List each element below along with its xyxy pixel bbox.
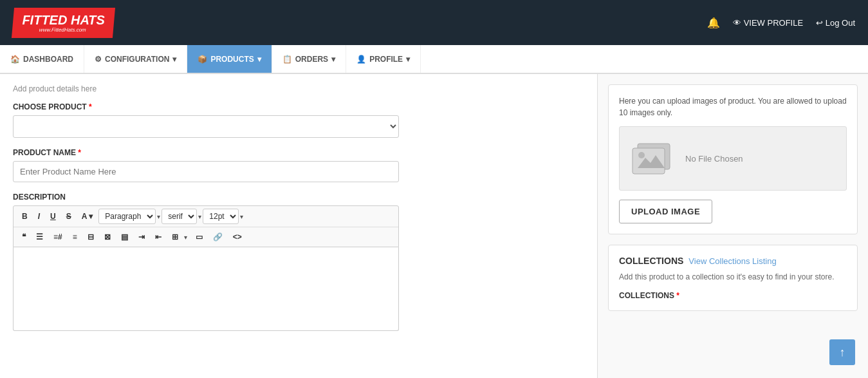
editor-toolbar: B I U S A ▾ Paragraph ▾ serif ▾ xyxy=(13,205,399,247)
product-name-label: PRODUCT NAME * xyxy=(13,148,584,157)
products-icon: 📦 xyxy=(198,55,207,64)
justify-btn[interactable]: ▤ xyxy=(116,230,133,244)
product-name-required: * xyxy=(78,148,81,157)
main-nav: 🏠 DASHBOARD ⚙ CONFIGURATION ▾ 📦 PRODUCTS… xyxy=(0,45,868,74)
indent-in-btn[interactable]: ⇥ xyxy=(134,230,149,244)
font-select[interactable]: serif xyxy=(162,209,197,224)
align-left-btn[interactable]: ≡ xyxy=(68,230,82,244)
choose-product-required: * xyxy=(89,102,92,111)
color-dropdown-icon: ▾ xyxy=(89,212,93,221)
view-profile-link[interactable]: 👁 VIEW PROFILE xyxy=(733,18,803,28)
paragraph-chevron-icon: ▾ xyxy=(157,213,160,220)
scroll-top-button[interactable]: ↑ xyxy=(829,339,855,365)
logo: FITTED HATS www.FittedHats.com xyxy=(12,8,115,38)
image-placeholder: No File Chosen xyxy=(619,126,847,191)
nav-item-profile[interactable]: 👤 PROFILE ▾ xyxy=(346,45,421,73)
profile-icon: 👤 xyxy=(356,55,366,64)
choose-product-label: CHOOSE PRODUCT * xyxy=(13,102,584,111)
image-upload-info: Here you can upload images of product. Y… xyxy=(619,95,847,118)
nav-item-orders[interactable]: 📋 ORDERS ▾ xyxy=(272,45,346,73)
strikethrough-btn[interactable]: S xyxy=(62,209,76,223)
nav-item-products[interactable]: 📦 PRODUCTS ▾ xyxy=(187,45,272,73)
orders-icon: 📋 xyxy=(282,55,292,64)
upload-image-button[interactable]: UPLOAD IMAGE xyxy=(619,200,712,223)
collections-field-label: COLLECTIONS * xyxy=(619,291,679,300)
toolbar-row2: ❝ ☰ ≡# ≡ ⊟ ⊠ ▤ ⇥ ⇤ ⊞ ▾ ▭ 🔗 <> xyxy=(14,227,398,247)
choose-product-group: CHOOSE PRODUCT * xyxy=(13,102,584,138)
section-subtitle: Add product details here xyxy=(13,84,584,93)
app-header: FITTED HATS www.FittedHats.com 🔔 👁 VIEW … xyxy=(0,0,868,45)
media-btn[interactable]: ▭ xyxy=(191,230,207,244)
collections-required: * xyxy=(676,291,679,300)
align-center-btn[interactable]: ⊟ xyxy=(83,230,98,244)
underline-btn[interactable]: U xyxy=(46,209,60,223)
logout-link[interactable]: ↩ Log Out xyxy=(816,18,855,28)
description-label: DESCRIPTION xyxy=(13,193,584,202)
profile-chevron-icon: ▾ xyxy=(406,55,410,64)
collections-title: COLLECTIONS xyxy=(619,256,683,266)
logo-line2: www.FittedHats.com xyxy=(21,27,104,33)
image-placeholder-icon xyxy=(630,138,675,179)
image-upload-card: Here you can upload images of product. Y… xyxy=(608,84,858,234)
indent-out-btn[interactable]: ⇤ xyxy=(151,230,166,244)
nav-item-configuration[interactable]: ⚙ CONFIGURATION ▾ xyxy=(84,45,187,73)
notification-icon[interactable]: 🔔 xyxy=(707,17,720,29)
no-file-label: No File Chosen xyxy=(685,154,743,164)
collections-header: COLLECTIONS View Collections Listing xyxy=(619,256,847,266)
logo-line1: FITTED HATS xyxy=(22,13,105,27)
font-color-btn[interactable]: A ▾ xyxy=(77,209,98,223)
config-icon: ⚙ xyxy=(95,55,102,64)
view-collections-link[interactable]: View Collections Listing xyxy=(688,256,776,266)
align-right-btn[interactable]: ⊠ xyxy=(100,230,115,244)
table-chevron-icon: ▾ xyxy=(184,234,187,241)
logout-icon: ↩ xyxy=(816,18,826,28)
left-panel: Add product details here CHOOSE PRODUCT … xyxy=(0,74,598,378)
ol-btn[interactable]: ≡# xyxy=(49,230,67,244)
quote-btn[interactable]: ❝ xyxy=(17,230,30,244)
svg-point-3 xyxy=(638,152,645,158)
toolbar-row1: B I U S A ▾ Paragraph ▾ serif ▾ xyxy=(14,206,398,227)
font-size-select[interactable]: 12pt xyxy=(203,209,239,224)
config-chevron-icon: ▾ xyxy=(172,55,176,64)
font-chevron-icon: ▾ xyxy=(198,213,201,220)
bold-btn[interactable]: B xyxy=(17,209,32,223)
orders-chevron-icon: ▾ xyxy=(331,55,335,64)
table-btn[interactable]: ⊞ xyxy=(167,230,183,244)
ul-btn[interactable]: ☰ xyxy=(32,230,48,244)
font-size-chevron-icon: ▾ xyxy=(240,213,243,220)
products-chevron-icon: ▾ xyxy=(257,55,261,64)
choose-product-select[interactable] xyxy=(13,115,399,138)
link-btn[interactable]: 🔗 xyxy=(208,230,227,244)
description-group: DESCRIPTION B I U S A ▾ Paragraph ▾ xyxy=(13,193,584,331)
dashboard-icon: 🏠 xyxy=(10,55,20,64)
main-layout: Add product details here CHOOSE PRODUCT … xyxy=(0,74,868,378)
collections-description: Add this product to a collection so it's… xyxy=(619,271,847,283)
product-name-input[interactable] xyxy=(13,161,399,182)
italic-btn[interactable]: I xyxy=(33,209,44,223)
header-actions: 🔔 👁 VIEW PROFILE ↩ Log Out xyxy=(707,17,855,29)
collections-card: COLLECTIONS View Collections Listing Add… xyxy=(608,245,858,311)
paragraph-select[interactable]: Paragraph xyxy=(98,209,156,224)
product-name-group: PRODUCT NAME * xyxy=(13,148,584,182)
editor-body[interactable] xyxy=(13,247,399,331)
code-btn[interactable]: <> xyxy=(228,230,246,244)
eye-icon: 👁 xyxy=(733,18,744,28)
right-panel: Here you can upload images of product. Y… xyxy=(598,74,868,378)
nav-item-dashboard[interactable]: 🏠 DASHBOARD xyxy=(0,45,84,73)
